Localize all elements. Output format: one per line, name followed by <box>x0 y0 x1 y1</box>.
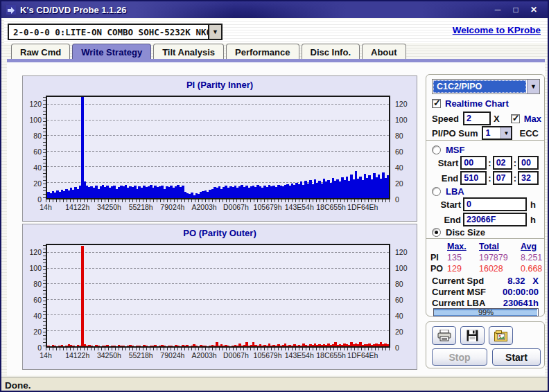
page-content: PI (Parity Inner) 0204060801001200204060… <box>7 62 545 375</box>
po-row-label: PO <box>430 264 447 274</box>
status-text: Done. <box>5 380 31 391</box>
lba-end-input[interactable] <box>463 213 527 226</box>
pi-chart-title: PI (Parity Inner) <box>23 80 417 90</box>
titlebar: K's CD/DVD Probe 1.1.26 ─ □ ✕ <box>1 1 548 18</box>
msf-end-sec-input[interactable] <box>493 171 512 185</box>
lba-end-unit: h <box>530 215 536 225</box>
tab-performance[interactable]: Performance <box>226 44 299 59</box>
mode-select-value: C1C2/PIPO <box>433 80 526 93</box>
toolbar: 2-0-0-0 0:LITE-ON COMBO SOHC-5232K NK07 … <box>4 19 548 43</box>
tab-disc-info[interactable]: Disc Info. <box>302 44 360 59</box>
current-msf-value: 00:00:00 <box>503 287 539 297</box>
po-max-value: 129 <box>447 264 479 274</box>
msf-start-label: Start <box>436 158 458 168</box>
print-button[interactable] <box>432 326 456 345</box>
msf-label: MSF <box>446 145 464 155</box>
range-section: MSF Start : : End : : <box>426 141 544 239</box>
msf-separator: : <box>488 158 491 168</box>
msf-end-min-input[interactable] <box>460 171 487 185</box>
lba-label: LBA <box>446 186 464 197</box>
welcome-link[interactable]: Welcome to KProbe <box>453 25 541 35</box>
pipo-sum-select[interactable]: 1 ▼ <box>482 126 512 140</box>
disc-size-radio[interactable] <box>432 228 441 237</box>
pi-chart-panel: PI (Parity Inner) 0204060801001200204060… <box>22 75 417 222</box>
chevron-down-icon[interactable]: ▼ <box>527 80 539 93</box>
msf-separator: : <box>488 173 491 184</box>
tab-about[interactable]: About <box>362 44 406 59</box>
stat-header-avg: Avg <box>521 242 542 251</box>
printer-icon <box>437 330 451 341</box>
current-spd-label: Current Spd <box>432 276 484 286</box>
pi-total-value: 197879 <box>479 253 521 262</box>
minimize-button[interactable]: ─ <box>492 5 503 15</box>
realtime-chart-checkbox[interactable] <box>432 99 441 108</box>
stats-section: Max. Total Avg PI 135 197879 8.251 PO 12… <box>426 239 544 316</box>
po-chart-title: PO (Parity Outer) <box>23 228 417 238</box>
speed-label: Speed <box>432 114 459 124</box>
msf-separator: : <box>514 173 516 184</box>
po-total-value: 16028 <box>479 264 521 274</box>
chevron-down-icon[interactable]: ▼ <box>500 127 511 139</box>
current-msf-label: Current MSF <box>432 287 486 297</box>
stop-button[interactable]: Stop <box>432 348 487 366</box>
current-lba-value: 230641h <box>503 298 539 308</box>
stats-table: Max. Total Avg PI 135 197879 8.251 PO 12… <box>430 242 541 274</box>
device-select[interactable]: 2-0-0-0 0:LITE-ON COMBO SOHC-5232K NK07 … <box>8 24 223 40</box>
mode-select[interactable]: C1C2/PIPO ▼ <box>432 79 540 94</box>
pipo-sum-value: 1 <box>483 127 500 139</box>
lba-start-input[interactable] <box>463 197 527 211</box>
msf-start-min-input[interactable] <box>460 156 487 170</box>
save-button[interactable] <box>460 326 485 345</box>
scan-settings-section: C1C2/PIPO ▼ Realtime Chart Speed X Max P… <box>426 75 544 141</box>
msf-end-frame-input[interactable] <box>518 171 539 185</box>
chevron-down-icon[interactable]: ▼ <box>208 25 221 39</box>
image-icon <box>494 330 507 341</box>
pipo-sum-label: PI/PO Sum <box>432 128 478 139</box>
lba-end-label: End <box>436 215 461 225</box>
current-lba-label: Current LBA <box>432 298 485 308</box>
close-button[interactable]: ✕ <box>528 5 539 15</box>
progress-label: 99% <box>434 308 538 317</box>
tab-bar: Raw Cmd Write Strategy Tilt Analysis Per… <box>7 44 545 59</box>
po-chart-panel: PO (Parity Outer) 0204060801001200204060… <box>22 224 417 370</box>
tab-raw-cmd[interactable]: Raw Cmd <box>11 44 70 59</box>
msf-separator: : <box>514 158 516 168</box>
msf-start-sec-input[interactable] <box>493 156 512 170</box>
lba-start-unit: h <box>530 199 536 210</box>
progress-bar: 99% <box>433 308 539 317</box>
app-icon <box>6 5 16 15</box>
po-plot-area <box>46 244 390 348</box>
save-image-button[interactable] <box>489 326 513 345</box>
max-speed-label: Max <box>524 114 541 124</box>
device-select-value: 2-0-0-0 0:LITE-ON COMBO SOHC-5232K NK07 <box>9 25 208 39</box>
pi-plot-area <box>46 96 390 199</box>
window-title: K's CD/DVD Probe 1.1.26 <box>20 5 126 15</box>
msf-radio[interactable] <box>432 145 441 154</box>
tab-tilt-analysis[interactable]: Tilt Analysis <box>153 44 224 59</box>
status-bar: Done. <box>1 377 548 392</box>
po-avg-value: 0.668 <box>521 264 542 274</box>
control-panel: C1C2/PIPO ▼ Realtime Chart Speed X Max P… <box>426 74 545 317</box>
pi-max-value: 135 <box>447 253 479 262</box>
msf-start-frame-input[interactable] <box>518 156 539 170</box>
maximize-button[interactable]: □ <box>510 5 521 15</box>
ecc-label: ECC <box>519 128 538 139</box>
app-window: K's CD/DVD Probe 1.1.26 ─ □ ✕ 2-0-0-0 0:… <box>0 0 549 392</box>
lba-radio[interactable] <box>432 187 441 196</box>
msf-end-label: End <box>436 173 458 184</box>
save-icon <box>467 330 478 341</box>
start-button[interactable]: Start <box>492 348 541 366</box>
speed-unit-label: X <box>494 114 500 124</box>
actions-panel: Stop Start <box>426 321 545 368</box>
stat-header-max: Max. <box>447 242 479 251</box>
lba-start-label: Start <box>436 199 461 210</box>
pi-row-label: PI <box>430 253 447 262</box>
tab-write-strategy[interactable]: Write Strategy <box>72 44 151 59</box>
max-speed-checkbox[interactable] <box>511 114 520 123</box>
realtime-chart-label: Realtime Chart <box>445 98 509 109</box>
disc-size-label: Disc Size <box>446 227 485 238</box>
stat-header-total: Total <box>479 242 521 251</box>
speed-input[interactable] <box>463 112 491 125</box>
current-spd-value: 8.32 X <box>507 276 539 286</box>
pi-avg-value: 8.251 <box>521 253 542 262</box>
